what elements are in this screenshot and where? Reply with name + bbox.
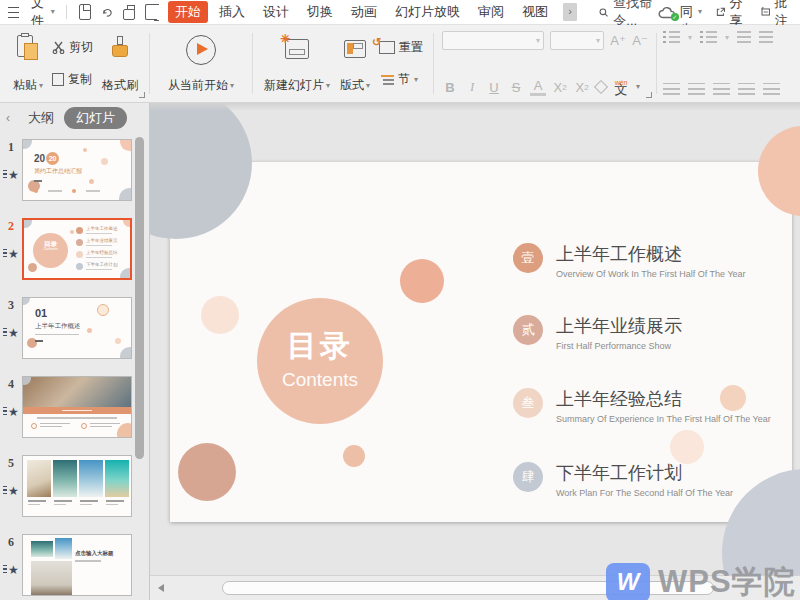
deco-circle-small xyxy=(343,445,365,467)
decrease-indent-button[interactable] xyxy=(737,31,751,44)
cut-label: 剪切 xyxy=(69,39,93,56)
deco-circle-small xyxy=(178,443,236,501)
scissors-icon xyxy=(52,41,65,54)
print-icon[interactable] xyxy=(123,9,135,20)
strikethrough-button[interactable]: S xyxy=(508,80,524,95)
distribute-button[interactable] xyxy=(763,83,780,96)
superscript-button[interactable]: X2 xyxy=(552,80,568,95)
paste-icon xyxy=(17,35,39,62)
align-center-button[interactable] xyxy=(688,83,705,96)
toc-item-title: 上半年经验总结 xyxy=(556,387,796,411)
reset-label: 重置 xyxy=(399,39,423,56)
toc-item-number-circle: 叁 xyxy=(513,388,543,418)
paste-button[interactable]: 粘贴▾ xyxy=(8,31,48,96)
format-painter-button[interactable]: 格式刷 xyxy=(97,31,143,96)
bullet-list-button[interactable]: ▾ xyxy=(663,31,692,44)
slide-number: 5 xyxy=(8,456,14,471)
toc-item-3[interactable]: 叁 上半年经验总结 Summary Of Experience In The F… xyxy=(513,388,543,418)
hamburger-menu-icon[interactable] xyxy=(8,7,19,18)
tab-home[interactable]: 开始 xyxy=(168,1,208,23)
tab-slides[interactable]: 幻灯片 xyxy=(64,107,127,129)
font-color-button[interactable]: A xyxy=(530,78,546,96)
thumb-title: 简约工作总结汇报 xyxy=(34,167,82,176)
output-icon[interactable] xyxy=(145,4,157,20)
thumb-title: 点击输入大标题 xyxy=(75,550,114,557)
toc-item-number-circle: 肆 xyxy=(513,462,543,492)
tab-outline[interactable]: 大纲 xyxy=(28,109,54,127)
font-size-select[interactable]: ▾ xyxy=(550,31,604,50)
toc-title-circle[interactable]: 目录 Contents xyxy=(257,298,383,424)
tab-view[interactable]: 视图 xyxy=(515,1,555,23)
sidebar-scrollbar[interactable] xyxy=(135,137,144,459)
slide-thumbnail-2-selected[interactable]: 目录 Contents 上半年工作概述 上半年业绩展示 上半年经验总结 下半年工… xyxy=(22,218,132,280)
toc-item-title: 上半年业绩展示 xyxy=(556,314,796,338)
dialog-launcher[interactable] xyxy=(139,92,145,98)
chevron-down-icon: ▾ xyxy=(698,8,702,16)
justify-button[interactable] xyxy=(738,83,755,96)
animation-star-icon: ★ xyxy=(3,169,19,181)
cut-button[interactable]: 剪切 xyxy=(52,39,93,56)
slide-number: 4 xyxy=(8,377,14,392)
grow-font-button[interactable]: A⁺ xyxy=(610,33,626,48)
paragraph-group: ▾ ▾ xyxy=(659,29,800,98)
toc-item-4[interactable]: 肆 下半年工作计划 Work Plan For The Second Half … xyxy=(513,462,543,492)
tab-design[interactable]: 设计 xyxy=(256,1,296,23)
tab-animation[interactable]: 动画 xyxy=(344,1,384,23)
undo-icon[interactable] xyxy=(101,4,113,20)
slide-row-6: 6 ★ 点击输入大标题 xyxy=(0,534,134,596)
toc-item-1[interactable]: 壹 上半年工作概述 Overview Of Work In The First … xyxy=(513,243,543,273)
animation-star-icon: ★ xyxy=(3,327,19,339)
slide-canvas[interactable]: 目录 Contents 壹 上半年工作概述 Overview Of Work I… xyxy=(150,103,800,600)
tab-transition[interactable]: 切换 xyxy=(300,1,340,23)
toc-title-en: Contents xyxy=(257,369,383,391)
section-icon xyxy=(379,74,394,86)
bold-button[interactable]: B xyxy=(442,80,458,95)
thumb-year: 20 xyxy=(34,153,45,164)
thumb-photo xyxy=(31,541,53,557)
slide-number: 6 xyxy=(8,535,14,550)
play-from-current-button[interactable]: 从当前开始▾ xyxy=(156,31,246,96)
new-slide-button[interactable]: ✳ 新建幻灯片▾ xyxy=(259,31,335,96)
tab-insert[interactable]: 插入 xyxy=(212,1,252,23)
clipboard-group: 粘贴▾ 剪切 复制 格式刷 xyxy=(4,29,147,98)
thumb-title: 上半年工作概述 xyxy=(35,322,81,331)
increase-indent-button[interactable] xyxy=(759,31,773,44)
slide-thumbnail-3[interactable]: 01 上半年工作概述 xyxy=(22,297,132,359)
slide-thumbnail-6[interactable]: 点击输入大标题 xyxy=(22,534,132,596)
more-tabs-button[interactable]: › xyxy=(563,3,577,21)
collapse-panel-icon[interactable]: ‹ xyxy=(6,111,10,125)
toc-item-title: 下半年工作计划 xyxy=(556,461,796,485)
align-right-button[interactable] xyxy=(713,83,730,96)
underline-button[interactable]: U xyxy=(486,80,502,95)
thumb-photo xyxy=(23,377,131,407)
save-icon[interactable] xyxy=(79,4,91,20)
clear-format-icon[interactable] xyxy=(594,80,608,94)
font-family-select[interactable]: ▾ xyxy=(442,31,544,50)
reset-button[interactable]: 重置 xyxy=(379,39,423,56)
align-left-button[interactable] xyxy=(663,83,680,96)
copy-button[interactable]: 复制 xyxy=(52,71,93,88)
tab-slideshow[interactable]: 幻灯片放映 xyxy=(388,1,467,23)
copy-label: 复制 xyxy=(68,71,92,88)
layout-button[interactable]: 版式▾ xyxy=(335,31,375,96)
toc-item-2[interactable]: 贰 上半年业绩展示 First Half Performance Show xyxy=(513,315,543,345)
scroll-left-icon[interactable] xyxy=(158,584,164,592)
animation-star-icon: ★ xyxy=(3,564,19,576)
section-button[interactable]: 节▾ xyxy=(379,71,423,88)
slide-panel: ‹ 大纲 幻灯片 1 ★ 2020 简约工作总结汇报 xyxy=(0,103,150,600)
subscript-button[interactable]: X2 xyxy=(574,80,590,95)
slide-thumbnail-5[interactable] xyxy=(22,455,132,517)
thumb-photo xyxy=(79,460,103,497)
slide-row-1: 1 ★ 2020 简约工作总结汇报 xyxy=(0,139,134,201)
dialog-launcher[interactable] xyxy=(646,92,652,98)
number-list-button[interactable]: ▾ xyxy=(700,31,729,44)
slide-thumbnail-1[interactable]: 2020 简约工作总结汇报 xyxy=(22,139,132,201)
shrink-font-button[interactable]: A⁻ xyxy=(632,33,648,48)
toc-item-title: 上半年工作概述 xyxy=(556,242,796,266)
layout-label: 版式 xyxy=(340,77,364,94)
slide-thumbnail-4[interactable] xyxy=(22,376,132,438)
phonetic-guide-button[interactable]: wén 文 xyxy=(612,83,630,96)
italic-button[interactable]: I xyxy=(464,79,480,95)
chevron-down-icon: ▾ xyxy=(51,8,55,16)
tab-review[interactable]: 审阅 xyxy=(471,1,511,23)
